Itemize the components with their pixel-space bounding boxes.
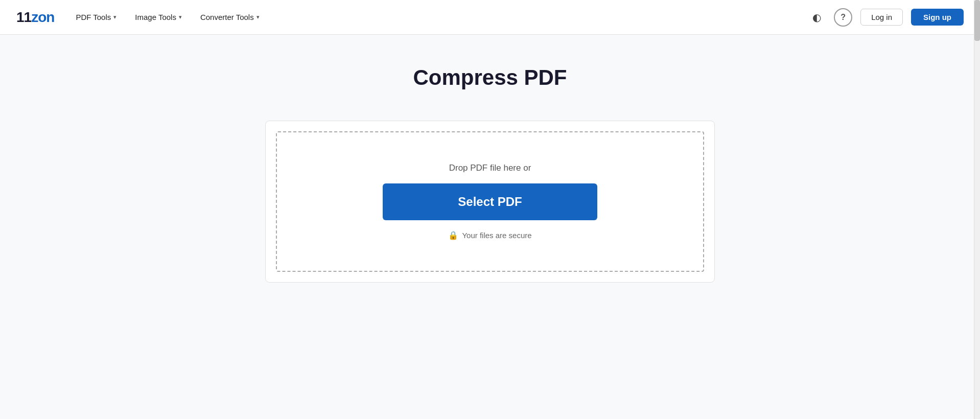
logo-11: 11 xyxy=(16,9,31,26)
main-content: Compress PDF Drop PDF file here or Selec… xyxy=(0,35,980,303)
pdf-tools-label: PDF Tools xyxy=(76,13,111,21)
navbar: 11zon PDF Tools ▾ Image Tools ▾ Converte… xyxy=(0,0,980,35)
dropzone-card: Drop PDF file here or Select PDF 🔒 Your … xyxy=(265,121,715,283)
nav-image-tools[interactable]: Image Tools ▾ xyxy=(134,11,183,24)
help-icon: ? xyxy=(841,13,846,22)
scrollbar-thumb[interactable] xyxy=(974,0,980,41)
image-tools-chevron-icon: ▾ xyxy=(179,14,182,20)
converter-tools-chevron-icon: ▾ xyxy=(256,14,260,20)
lock-icon: 🔒 xyxy=(448,230,458,240)
nav-pdf-tools[interactable]: PDF Tools ▾ xyxy=(75,11,118,24)
drop-text: Drop PDF file here or xyxy=(449,163,531,173)
theme-toggle-button[interactable]: ◐ xyxy=(807,8,826,27)
page-title: Compress PDF xyxy=(413,65,567,90)
converter-tools-label: Converter Tools xyxy=(200,13,254,21)
help-button[interactable]: ? xyxy=(834,8,852,27)
scrollbar[interactable] xyxy=(974,0,980,419)
logo-zon: zon xyxy=(31,9,54,26)
login-button[interactable]: Log in xyxy=(860,9,903,26)
secure-label: Your files are secure xyxy=(462,231,531,240)
signup-button[interactable]: Sign up xyxy=(911,9,964,26)
pdf-tools-chevron-icon: ▾ xyxy=(113,14,116,20)
login-label: Log in xyxy=(871,13,892,21)
nav-converter-tools[interactable]: Converter Tools ▾ xyxy=(199,11,261,24)
navbar-left: 11zon PDF Tools ▾ Image Tools ▾ Converte… xyxy=(16,9,261,26)
signup-label: Sign up xyxy=(923,13,951,21)
secure-text-container: 🔒 Your files are secure xyxy=(448,230,531,240)
select-pdf-button[interactable]: Select PDF xyxy=(383,183,597,220)
dropzone-inner[interactable]: Drop PDF file here or Select PDF 🔒 Your … xyxy=(276,131,704,272)
image-tools-label: Image Tools xyxy=(135,13,176,21)
select-pdf-label: Select PDF xyxy=(458,195,522,208)
navbar-right: ◐ ? Log in Sign up xyxy=(807,8,964,27)
logo[interactable]: 11zon xyxy=(16,9,54,26)
theme-toggle-icon: ◐ xyxy=(812,11,821,24)
